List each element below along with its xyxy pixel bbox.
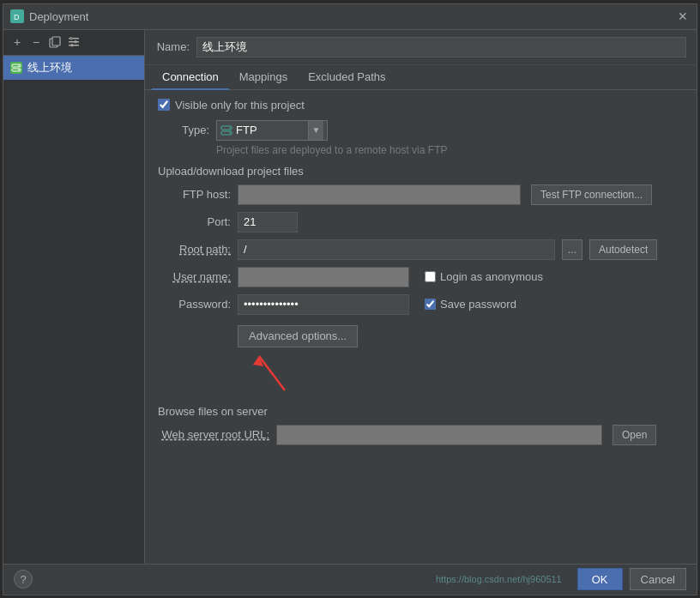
bottom-bar: ? https://blog.csdn.net/hj960511 OK Canc…: [3, 564, 697, 595]
svg-rect-3: [52, 37, 60, 45]
dialog-body: + −: [3, 30, 697, 564]
url-text: https://blog.csdn.net/hj960511: [436, 574, 562, 584]
sidebar-item-label: 线上环境: [27, 60, 72, 76]
advanced-options-row: Advanced options...: [158, 322, 684, 347]
browse-button[interactable]: ...: [562, 239, 582, 260]
ftp-host-row: FTP host: Test FTP connection...: [158, 184, 684, 205]
type-row: Type: FTP ▼: [158, 120, 684, 141]
visible-only-checkbox[interactable]: [158, 99, 170, 111]
svg-point-18: [229, 132, 231, 134]
sidebar-toolbar: + −: [3, 30, 144, 56]
tab-excluded-paths[interactable]: Excluded Paths: [298, 65, 395, 90]
root-path-row: Root path: ... Autodetect: [158, 239, 684, 260]
content-area: Visible only for this project Type:: [145, 90, 697, 564]
web-server-input[interactable]: [276, 425, 602, 445]
svg-text:D: D: [14, 13, 20, 21]
port-row: Port:: [158, 212, 684, 233]
bottom-right: https://blog.csdn.net/hj960511 OK Cancel: [436, 568, 686, 590]
test-connection-button[interactable]: Test FTP connection...: [531, 184, 652, 205]
login-anonymous-label: Login as anonymous: [440, 270, 543, 283]
tab-mappings[interactable]: Mappings: [229, 65, 298, 90]
server-icon: [10, 62, 22, 74]
user-name-row: User name: Login as anonymous: [158, 267, 684, 287]
ftp-host-label: FTP host:: [158, 188, 231, 201]
cancel-button[interactable]: Cancel: [630, 568, 686, 590]
root-path-input[interactable]: [238, 239, 555, 260]
deployment-dialog: D Deployment ✕ + −: [3, 3, 697, 595]
sidebar: + −: [3, 30, 145, 564]
settings-button[interactable]: [65, 33, 82, 51]
add-server-button[interactable]: +: [9, 33, 26, 51]
svg-point-17: [229, 127, 231, 129]
arrow-annotation: [238, 347, 684, 395]
svg-line-19: [259, 356, 285, 390]
ok-button[interactable]: OK: [577, 568, 623, 590]
autodetect-button[interactable]: Autodetect: [589, 239, 657, 260]
open-button[interactable]: Open: [612, 425, 656, 445]
remove-server-button[interactable]: −: [27, 33, 45, 51]
title-bar: D Deployment ✕: [3, 4, 697, 30]
login-anonymous-checkbox[interactable]: [425, 271, 436, 282]
svg-point-13: [18, 64, 20, 66]
tabs: Connection Mappings Excluded Paths: [145, 65, 697, 90]
password-label: Password:: [158, 298, 231, 311]
password-row: Password: Save password: [158, 294, 684, 315]
save-password-wrapper: Save password: [425, 298, 516, 311]
visible-only-label: Visible only for this project: [175, 99, 305, 112]
visible-only-row: Visible only for this project: [158, 99, 684, 112]
name-row: Name:: [145, 30, 697, 65]
login-anonymous-wrapper: Login as anonymous: [425, 270, 543, 283]
arrow-svg: [238, 347, 306, 395]
browse-section-title: Browse files on server: [158, 405, 684, 418]
user-name-input[interactable]: [238, 267, 409, 287]
tab-connection[interactable]: Connection: [152, 65, 229, 90]
type-select-wrapper[interactable]: FTP ▼: [216, 120, 328, 141]
root-path-label: Root path:: [158, 243, 231, 256]
port-input[interactable]: [238, 212, 298, 233]
name-label: Name:: [155, 40, 190, 53]
advanced-options-button[interactable]: Advanced options...: [238, 325, 358, 347]
title-bar-left: D Deployment: [10, 9, 88, 23]
upload-section-title: Upload/download project files: [158, 165, 684, 178]
dialog-title: Deployment: [29, 10, 88, 23]
web-server-label: Web server root URL:: [158, 428, 269, 441]
dialog-icon: D: [10, 9, 24, 23]
type-value: FTP: [236, 124, 305, 136]
name-input[interactable]: [196, 37, 686, 57]
web-server-row: Web server root URL: Open: [158, 425, 684, 445]
save-password-label: Save password: [440, 298, 516, 311]
type-label: Type:: [158, 124, 209, 136]
copy-server-button[interactable]: [46, 33, 63, 51]
user-name-label: User name:: [158, 270, 231, 283]
save-password-checkbox[interactable]: [425, 299, 436, 310]
main-content: Name: Connection Mappings Excluded Paths…: [145, 30, 697, 564]
ftp-type-icon: [220, 124, 232, 136]
svg-rect-5: [69, 41, 79, 43]
password-input[interactable]: [238, 294, 409, 315]
type-dropdown-button[interactable]: ▼: [308, 121, 323, 140]
help-button[interactable]: ?: [14, 570, 33, 589]
ftp-host-input[interactable]: [238, 184, 521, 205]
port-label: Port:: [158, 215, 231, 228]
close-button[interactable]: ✕: [676, 9, 690, 23]
sidebar-item-server[interactable]: 线上环境: [3, 56, 144, 80]
type-description: Project files are deployed to a remote h…: [216, 144, 684, 156]
svg-rect-6: [69, 45, 79, 46]
svg-point-14: [18, 69, 20, 70]
